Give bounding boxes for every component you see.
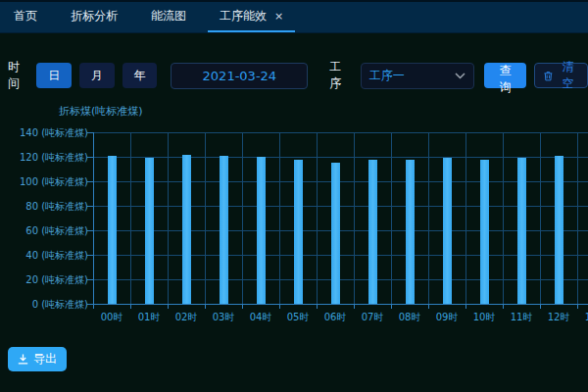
grid-line-v [242, 132, 243, 304]
x-tick-label: 05时 [279, 311, 317, 324]
bar [145, 158, 154, 304]
y-axis-title: 折标煤(吨标准煤) [59, 104, 143, 119]
x-tick-label: 12时 [540, 311, 577, 324]
process-select[interactable]: 工序一 [361, 63, 474, 89]
x-axis-tick [93, 305, 94, 309]
grid-line-v [540, 132, 541, 304]
x-tick-label: 06时 [317, 311, 354, 324]
x-tick-label: 02时 [168, 311, 205, 324]
download-icon [18, 354, 28, 365]
bar [331, 163, 340, 304]
grid-line-v [466, 132, 466, 304]
tab-zhebiao-analysis[interactable]: 折标分析 [59, 2, 129, 32]
bar [443, 158, 452, 304]
y-tick-label: 60 (吨标准煤) [25, 224, 88, 238]
tab-energy-flow[interactable]: 能流图 [139, 2, 198, 32]
y-tick-label: 20 (吨标准煤) [25, 273, 88, 287]
x-axis-tick [130, 305, 131, 309]
granularity-year-button[interactable]: 年 [122, 63, 158, 88]
granularity-day-button[interactable]: 日 [36, 63, 72, 88]
x-tick-label: 01时 [130, 311, 168, 324]
bar [294, 160, 303, 305]
grid-line-v [168, 132, 169, 304]
grid-line-v [354, 132, 355, 304]
x-tick-label: 08时 [391, 311, 428, 324]
clear-button-label: 清空 [558, 59, 578, 92]
x-axis-tick [242, 305, 243, 309]
bar [182, 155, 191, 305]
tab-label: 能流图 [151, 8, 186, 24]
barchart: 折标煤(吨标准煤) 0 (吨标准煤)20 (吨标准煤)40 (吨标准煤)60 (… [0, 98, 588, 338]
filter-bar: 时间 日 月 年 工序 工序一 查询 清空 [8, 59, 588, 92]
grid-line-v [130, 132, 131, 304]
y-tick-label: 80 (吨标准煤) [25, 200, 88, 214]
x-axis-tick [540, 305, 541, 309]
tab-home[interactable]: 首页 [2, 2, 49, 32]
y-tick-label: 140 (吨标准煤) [20, 126, 88, 140]
export-button[interactable]: 导出 [8, 347, 67, 371]
grid-line-v [205, 132, 206, 304]
x-axis-tick [317, 305, 318, 309]
grid-line-v [428, 132, 429, 304]
x-axis-tick [577, 305, 578, 309]
time-label: 时间 [8, 59, 28, 92]
y-tick-label: 40 (吨标准煤) [25, 249, 88, 263]
x-axis-tick [168, 305, 169, 309]
x-tick-label: 03时 [205, 311, 242, 324]
tab-bar: 首页 折标分析 能流图 工序能效 × [0, 2, 588, 33]
x-axis-tick [391, 305, 392, 309]
x-axis-tick [279, 305, 280, 309]
y-tick-label: 100 (吨标准煤) [20, 175, 88, 189]
grid-line-v [317, 132, 318, 304]
x-axis-tick [466, 305, 466, 309]
tab-process-efficiency[interactable]: 工序能效 × [208, 2, 295, 32]
tab-label: 首页 [14, 8, 37, 24]
bar [406, 160, 415, 305]
bar [480, 160, 489, 305]
tab-label: 工序能效 [220, 8, 267, 24]
tab-label: 折标分析 [71, 8, 118, 24]
x-tick-label: 04时 [242, 311, 279, 324]
grid-line-v [503, 132, 504, 304]
grid-line-v [391, 132, 392, 304]
x-axis-tick [205, 305, 206, 309]
grid-line-v [577, 132, 578, 304]
bar [555, 156, 564, 304]
x-tick-label: 11时 [503, 311, 540, 324]
x-tick-label: 09时 [428, 311, 466, 324]
bar [108, 156, 117, 304]
y-axis-line [93, 132, 94, 305]
bar [368, 160, 377, 305]
chevron-down-icon [455, 73, 466, 79]
trash-icon [544, 71, 553, 81]
process-label: 工序 [329, 59, 350, 92]
y-tick-label: 0 (吨标准煤) [32, 298, 88, 312]
x-tick-label: 00时 [93, 311, 130, 324]
x-tick-label: 10时 [466, 311, 503, 324]
bar [517, 158, 526, 304]
date-input[interactable] [171, 63, 308, 89]
x-axis-tick [354, 305, 355, 309]
close-icon[interactable]: × [274, 10, 283, 23]
y-tick-label: 120 (吨标准煤) [20, 151, 88, 165]
query-button[interactable]: 查询 [484, 63, 526, 88]
granularity-month-button[interactable]: 月 [79, 63, 115, 88]
bar [257, 157, 266, 304]
x-tick-label-partial: 13时 [577, 311, 588, 324]
x-axis-tick [428, 305, 429, 309]
bar [220, 156, 228, 304]
process-select-value: 工序一 [369, 68, 405, 84]
x-axis-tick [503, 305, 504, 309]
x-tick-label: 07时 [354, 311, 391, 324]
grid-line-v [279, 132, 280, 304]
clear-button[interactable]: 清空 [534, 63, 588, 88]
export-button-label: 导出 [33, 351, 57, 368]
